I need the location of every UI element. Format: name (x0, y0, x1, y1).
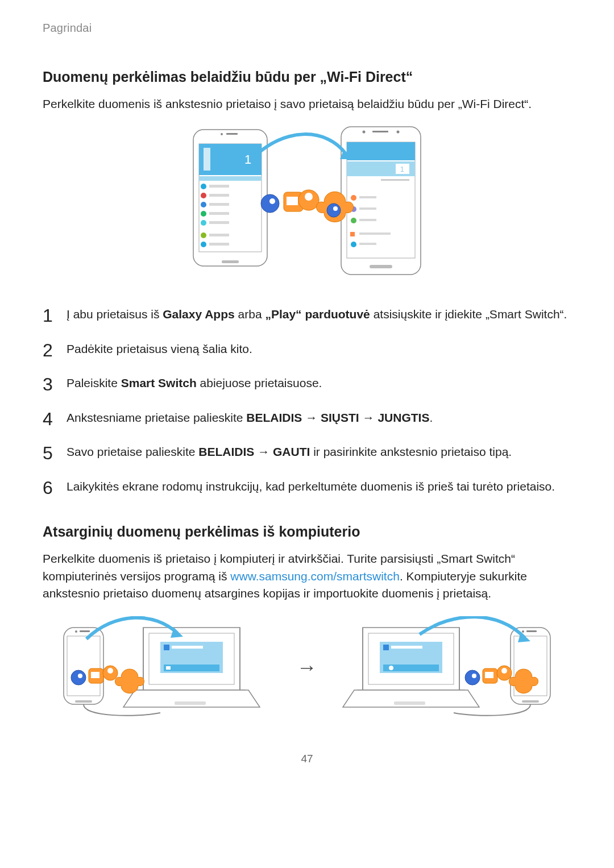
svg-rect-59 (164, 645, 169, 650)
svg-rect-87 (485, 672, 493, 678)
step-5: Savo prietaise palieskite BELAIDIS → GAU… (43, 443, 571, 460)
arrow-icon: → (302, 411, 321, 424)
svg-rect-61 (164, 665, 219, 671)
svg-rect-29 (381, 179, 409, 181)
svg-rect-19 (209, 243, 229, 246)
step3-post: abiejuose prietaisuose. (197, 376, 322, 389)
step5-b1: BELAIDIS (198, 445, 254, 458)
svg-point-34 (351, 218, 356, 223)
svg-point-65 (71, 670, 86, 685)
arrow-right-icon: → (297, 655, 317, 679)
svg-rect-33 (359, 207, 376, 210)
svg-point-76 (389, 666, 393, 670)
illustration-phone-laptop-left (58, 616, 274, 719)
svg-rect-56 (80, 630, 90, 632)
svg-rect-54 (75, 700, 92, 703)
step4-b1: BELAIDIS (246, 411, 302, 424)
svg-rect-74 (391, 646, 422, 649)
svg-rect-11 (209, 203, 229, 206)
svg-rect-60 (172, 646, 203, 649)
svg-point-81 (522, 630, 524, 633)
figure-computer-transfer: → (43, 616, 571, 719)
page-number: 47 (43, 753, 571, 765)
illustration-two-phones: 1 1 (171, 124, 443, 283)
svg-point-84 (465, 670, 480, 685)
svg-point-49 (305, 193, 313, 201)
step1-pre: Į abu prietaisus iš (67, 308, 163, 321)
step1-b2: „Play“ parduotuvė (265, 308, 370, 321)
svg-rect-48 (287, 197, 298, 205)
step3-pre: Paleiskite (67, 376, 121, 389)
step5-pre: Savo prietaise palieskite (67, 445, 198, 458)
figure-wifi-direct: 1 1 (43, 124, 571, 283)
svg-point-55 (75, 630, 77, 633)
svg-point-21 (221, 133, 223, 135)
illustration-phone-laptop-right (340, 616, 556, 719)
arrow-icon: → (359, 411, 378, 424)
svg-rect-31 (359, 196, 376, 198)
smartswitch-link[interactable]: www.samsung.com/smartswitch (230, 570, 400, 583)
svg-rect-68 (91, 672, 99, 678)
svg-point-70 (107, 668, 113, 674)
step-1: Į abu prietaisus iš Galaxy Apps arba „Pl… (43, 306, 571, 323)
svg-rect-15 (209, 221, 229, 224)
svg-text:1: 1 (400, 165, 404, 173)
svg-rect-36 (350, 232, 355, 236)
step-4: Ankstesniame prietaise palieskite BELAID… (43, 409, 571, 426)
breadcrumb: Pagrindai (43, 22, 571, 35)
svg-point-8 (201, 193, 206, 198)
section1-title: Duomenų perkėlimas belaidžiu būdu per „W… (43, 69, 571, 85)
svg-point-10 (201, 202, 206, 207)
section2-title: Atsarginių duomenų perkėlimas iš kompiut… (43, 524, 571, 540)
step5-post: ir pasirinkite ankstesnio prietaiso tipą… (310, 445, 512, 458)
svg-point-66 (78, 674, 82, 678)
svg-point-38 (351, 242, 356, 247)
svg-rect-25 (347, 142, 415, 160)
svg-text:1: 1 (244, 152, 251, 167)
step4-post: . (429, 411, 433, 424)
svg-rect-7 (209, 185, 229, 188)
steps-list: Į abu prietaisus iš Galaxy Apps arba „Pl… (43, 306, 571, 495)
svg-point-51 (333, 206, 338, 211)
svg-rect-73 (383, 645, 389, 650)
step4-b2: SIŲSTI (321, 411, 359, 424)
svg-point-12 (201, 211, 206, 217)
svg-rect-62 (166, 666, 171, 670)
svg-rect-20 (222, 260, 239, 263)
svg-point-43 (397, 131, 400, 134)
svg-point-46 (269, 198, 275, 204)
svg-point-50 (327, 203, 341, 217)
svg-rect-42 (372, 131, 388, 132)
svg-point-85 (472, 674, 476, 678)
svg-point-6 (201, 184, 206, 189)
step1-mid1: arba (235, 308, 265, 321)
svg-rect-77 (394, 701, 425, 705)
step-6: Laikykitės ekrane rodomų instrukcijų, ka… (43, 478, 571, 495)
svg-point-14 (201, 220, 206, 226)
section2-paragraph: Perkelkite duomenis iš prietaiso į kompi… (43, 550, 571, 602)
svg-point-45 (261, 194, 279, 213)
svg-point-18 (201, 242, 206, 247)
step3-b1: Smart Switch (121, 376, 197, 389)
svg-rect-53 (67, 636, 100, 696)
step-2: Padėkite prietaisus vieną šalia kito. (43, 340, 571, 358)
step4-b3: JUNGTIS (377, 411, 429, 424)
section1-intro: Perkelkite duomenis iš ankstesnio prieta… (43, 95, 571, 113)
svg-rect-63 (175, 701, 206, 705)
svg-rect-37 (359, 232, 391, 235)
step4-pre: Ankstesniame prietaise palieskite (67, 411, 246, 424)
svg-rect-80 (522, 700, 539, 703)
arrow-icon: → (254, 445, 273, 458)
step5-b2: GAUTI (273, 445, 310, 458)
svg-point-30 (351, 195, 356, 201)
svg-point-89 (501, 668, 507, 674)
svg-rect-13 (209, 212, 229, 215)
svg-rect-35 (359, 219, 376, 221)
svg-point-41 (363, 131, 366, 134)
svg-rect-22 (226, 133, 238, 135)
svg-point-16 (201, 232, 206, 238)
svg-rect-17 (209, 234, 229, 236)
svg-rect-3 (204, 148, 210, 171)
step1-post: atsisiųskite ir įdiekite „Smart Switch“. (370, 308, 567, 321)
svg-rect-82 (526, 630, 537, 632)
